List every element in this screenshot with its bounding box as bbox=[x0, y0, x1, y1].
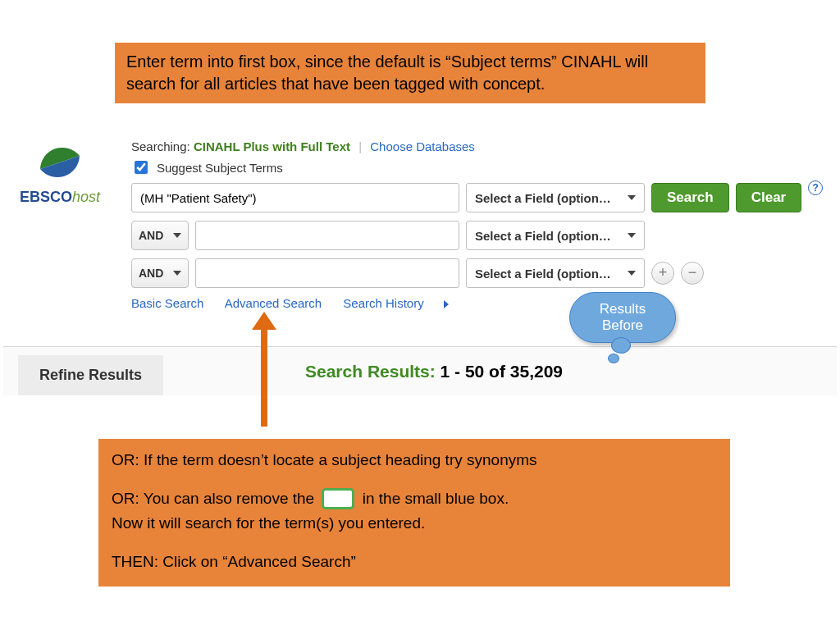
advanced-search-link[interactable]: Advanced Search bbox=[225, 296, 322, 310]
basic-search-link[interactable]: Basic Search bbox=[131, 296, 203, 310]
ebsco-logo: EBSCOhost bbox=[15, 139, 105, 206]
chevron-down-icon bbox=[628, 195, 636, 200]
search-term-input-1[interactable] bbox=[131, 183, 459, 212]
help-icon[interactable]: ? bbox=[808, 180, 823, 195]
ebsco-logo-text: EBSCOhost bbox=[15, 189, 105, 206]
instruction-callout-bottom: OR: If the term doesn’t locate a subject… bbox=[98, 439, 730, 587]
search-row-2: AND Select a Field (option… bbox=[131, 221, 829, 250]
chevron-down-icon bbox=[628, 271, 636, 276]
search-results-count: Search Results: 1 - 50 of 35,209 bbox=[305, 362, 563, 381]
checkbox-placeholder-icon bbox=[322, 488, 354, 509]
field-select-2[interactable]: Select a Field (option… bbox=[466, 221, 645, 250]
field-select-3[interactable]: Select a Field (option… bbox=[466, 258, 645, 288]
clear-button[interactable]: Clear bbox=[736, 183, 802, 212]
search-row-3: AND Select a Field (option… + − bbox=[131, 258, 829, 288]
suggest-subject-terms-checkbox[interactable] bbox=[135, 161, 148, 174]
search-form: Searching: CINAHL Plus with Full Text | … bbox=[131, 139, 829, 310]
search-history-link[interactable]: Search History bbox=[343, 296, 466, 310]
caret-right-icon bbox=[444, 300, 449, 308]
remove-row-button[interactable]: − bbox=[681, 262, 704, 285]
suggest-subject-terms-label: Suggest Subject Terms bbox=[157, 161, 283, 175]
search-button[interactable]: Search bbox=[651, 183, 729, 212]
chevron-down-icon bbox=[628, 233, 636, 238]
svg-marker-2 bbox=[252, 312, 276, 330]
refine-results-heading: Refine Results bbox=[18, 355, 163, 395]
search-term-input-2[interactable] bbox=[195, 221, 459, 250]
results-before-callout: Results Before bbox=[569, 292, 676, 343]
ebsco-logo-icon bbox=[37, 139, 83, 185]
results-header: Refine Results Search Results: 1 - 50 of… bbox=[3, 346, 837, 395]
searching-db-line: Searching: CINAHL Plus with Full Text | … bbox=[131, 139, 829, 153]
chevron-down-icon bbox=[173, 233, 181, 238]
boolean-operator-2[interactable]: AND bbox=[131, 221, 189, 250]
search-mode-links: Basic Search Advanced Search Search Hist… bbox=[131, 296, 829, 310]
database-name: CINAHL Plus with Full Text bbox=[194, 139, 350, 153]
search-term-input-3[interactable] bbox=[195, 258, 459, 288]
boolean-operator-3[interactable]: AND bbox=[131, 258, 189, 288]
choose-databases-link[interactable]: Choose Databases bbox=[370, 139, 475, 153]
add-row-button[interactable]: + bbox=[651, 262, 674, 285]
search-row-1: Select a Field (option… Search Clear ? bbox=[131, 183, 829, 212]
suggest-subject-terms-row: Suggest Subject Terms bbox=[131, 158, 829, 176]
field-select-1[interactable]: Select a Field (option… bbox=[466, 183, 645, 212]
instruction-callout-top: Enter term into first box, since the def… bbox=[115, 43, 705, 103]
chevron-down-icon bbox=[173, 271, 181, 276]
